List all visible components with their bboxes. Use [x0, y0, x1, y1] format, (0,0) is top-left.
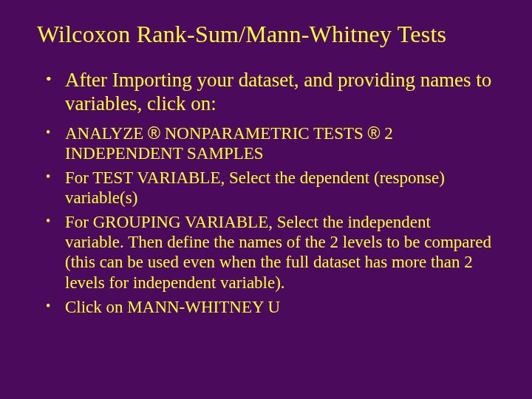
- steps-list: ANALYZE ® NONPARAMETRIC TESTS ® 2 INDEPE…: [35, 123, 497, 317]
- step-3-text: For GROUPING VARIABLE, Select the indepe…: [65, 213, 491, 291]
- arrow-icon: ®: [148, 123, 160, 143]
- step-1-part-b: NONPARAMETRIC TESTS: [160, 124, 368, 143]
- slide: Wilcoxon Rank-Sum/Mann-Whitney Tests Aft…: [0, 0, 532, 399]
- step-4-text: Click on MANN-WHITNEY U: [65, 298, 280, 316]
- step-4: Click on MANN-WHITNEY U: [40, 297, 492, 317]
- intro-bullet: After Importing your dataset, and provid…: [40, 69, 492, 116]
- arrow-icon: ®: [368, 123, 381, 143]
- intro-text: After Importing your dataset, and provid…: [65, 69, 491, 115]
- step-3: For GROUPING VARIABLE, Select the indepe…: [40, 212, 492, 293]
- step-1: ANALYZE ® NONPARAMETRIC TESTS ® 2 INDEPE…: [40, 123, 492, 163]
- body-list: After Importing your dataset, and provid…: [35, 69, 497, 116]
- step-2-text: For TEST VARIABLE, Select the dependent …: [65, 168, 445, 207]
- step-1-part-a: ANALYZE: [65, 124, 148, 143]
- slide-title: Wilcoxon Rank-Sum/Mann-Whitney Tests: [37, 21, 497, 48]
- step-2: For TEST VARIABLE, Select the dependent …: [40, 168, 492, 208]
